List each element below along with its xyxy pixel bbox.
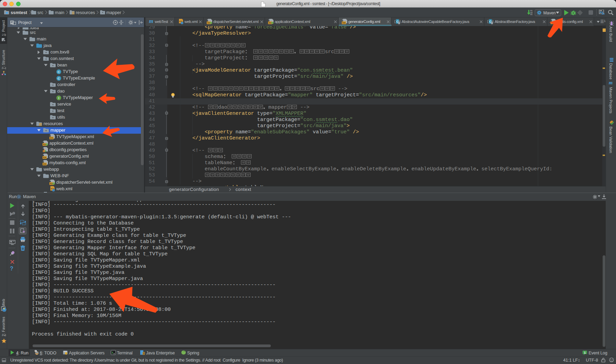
- svg-text:<>: <>: [342, 22, 346, 24]
- svg-text:<>: <>: [551, 22, 554, 24]
- svg-text:!: !: [13, 212, 14, 215]
- svg-text:01: 01: [530, 14, 532, 15]
- svg-text:I: I: [58, 96, 59, 100]
- svg-text:<>: <>: [50, 137, 53, 139]
- svg-text:<>: <>: [43, 163, 47, 166]
- svg-text:<>: <>: [43, 156, 47, 159]
- svg-text:C: C: [58, 70, 60, 74]
- svg-text:C: C: [58, 76, 60, 80]
- svg-text:1: 1: [584, 351, 586, 354]
